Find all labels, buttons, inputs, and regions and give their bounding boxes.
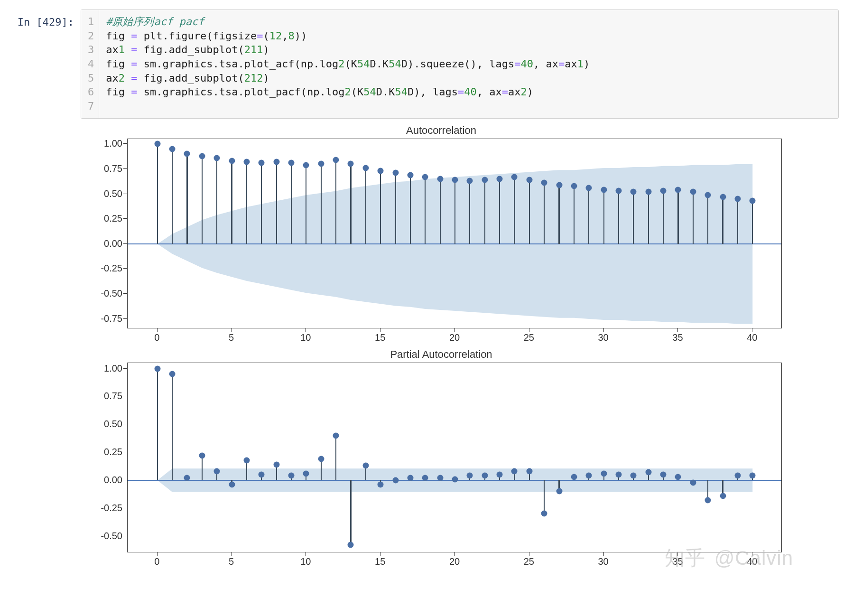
data-marker: [720, 493, 726, 499]
data-marker: [616, 188, 622, 194]
data-marker: [407, 475, 413, 481]
y-tick-label: -0.25: [101, 502, 122, 513]
data-marker: [169, 371, 176, 377]
data-marker: [705, 497, 711, 504]
stem: [603, 190, 604, 244]
stem: [588, 188, 589, 244]
data-marker: [675, 187, 681, 193]
data-marker: [333, 157, 339, 163]
x-tick-label: 15: [375, 332, 385, 343]
y-tick-label: 0.00: [104, 474, 122, 485]
data-marker: [452, 476, 458, 482]
x-tick-label: 5: [229, 332, 234, 343]
data-marker: [184, 151, 190, 157]
data-marker: [660, 188, 667, 194]
stem: [514, 177, 515, 244]
data-marker: [348, 542, 354, 548]
data-marker: [452, 177, 458, 183]
stem: [306, 165, 306, 244]
data-marker: [630, 189, 637, 195]
data-marker: [556, 488, 562, 495]
stem: [469, 181, 470, 244]
data-marker: [214, 468, 220, 475]
x-tick-label: 35: [672, 556, 683, 567]
data-marker: [392, 477, 399, 483]
data-marker: [378, 168, 384, 174]
data-marker: [288, 473, 295, 479]
y-tick-label: 0.25: [104, 447, 122, 457]
data-marker: [199, 453, 205, 459]
data-marker: [511, 174, 518, 180]
y-tick-label: -0.50: [101, 530, 122, 541]
x-tick-label: 20: [449, 332, 460, 343]
data-marker: [259, 472, 265, 478]
data-marker: [407, 172, 413, 178]
data-marker: [288, 160, 295, 166]
data-marker: [497, 176, 503, 182]
stem: [157, 144, 158, 244]
data-marker: [734, 473, 741, 479]
data-marker: [645, 469, 651, 476]
y-tick-label: -0.25: [101, 263, 122, 274]
stem: [707, 195, 708, 244]
stem: [648, 192, 649, 243]
data-marker: [184, 475, 190, 481]
stem: [752, 201, 753, 244]
code-editor[interactable]: #原始序列acf pacffig = plt.figure(figsize=(1…: [99, 10, 596, 118]
stem: [202, 156, 203, 244]
y-tick-label: -0.75: [101, 313, 122, 324]
stem: [440, 179, 441, 244]
x-tick-label: 10: [300, 332, 311, 343]
stem: [677, 190, 678, 244]
stem: [558, 185, 559, 244]
stem: [157, 369, 158, 480]
data-marker: [273, 159, 279, 165]
stem: [633, 192, 634, 243]
data-marker: [362, 463, 369, 469]
stem: [454, 180, 455, 244]
data-marker: [541, 511, 547, 517]
x-tick-label: 25: [524, 332, 534, 343]
data-marker: [154, 141, 160, 147]
x-tick-label: 30: [598, 332, 609, 343]
data-marker: [601, 470, 607, 476]
data-marker: [690, 479, 696, 485]
y-tick-label: 1.00: [104, 138, 122, 149]
x-tick-label: 5: [229, 556, 234, 567]
y-tick-label: 0.50: [104, 419, 122, 429]
code-cell[interactable]: 1234567 #原始序列acf pacffig = plt.figure(fi…: [81, 9, 839, 119]
y-tick-label: 0.00: [104, 238, 122, 249]
stem: [202, 456, 203, 480]
x-tick-label: 20: [449, 556, 460, 567]
y-tick-label: 0.25: [104, 213, 122, 224]
data-marker: [214, 155, 220, 161]
stem: [380, 171, 381, 244]
stem: [425, 177, 426, 244]
y-tick-label: 0.75: [104, 391, 122, 401]
data-marker: [243, 159, 250, 165]
data-marker: [422, 475, 428, 481]
data-marker: [303, 162, 309, 168]
x-tick-label: 10: [300, 556, 311, 567]
stem: [544, 480, 545, 514]
y-tick-label: -0.50: [101, 288, 122, 299]
data-marker: [422, 174, 428, 180]
stem: [172, 374, 173, 480]
data-marker: [616, 472, 622, 478]
data-marker: [630, 473, 637, 479]
stem: [335, 160, 336, 244]
stem: [291, 163, 292, 244]
data-marker: [437, 176, 443, 182]
chart-title: Autocorrelation: [81, 124, 802, 137]
data-marker: [690, 189, 696, 195]
data-marker: [571, 474, 577, 480]
data-marker: [273, 461, 279, 467]
y-tick-label: 1.00: [104, 363, 122, 373]
data-marker: [526, 468, 532, 475]
stem: [618, 191, 619, 244]
stem: [484, 180, 485, 244]
cell-prompt: In [429]:: [14, 9, 81, 119]
data-marker: [259, 160, 265, 166]
data-marker: [199, 153, 205, 159]
data-marker: [497, 472, 503, 478]
